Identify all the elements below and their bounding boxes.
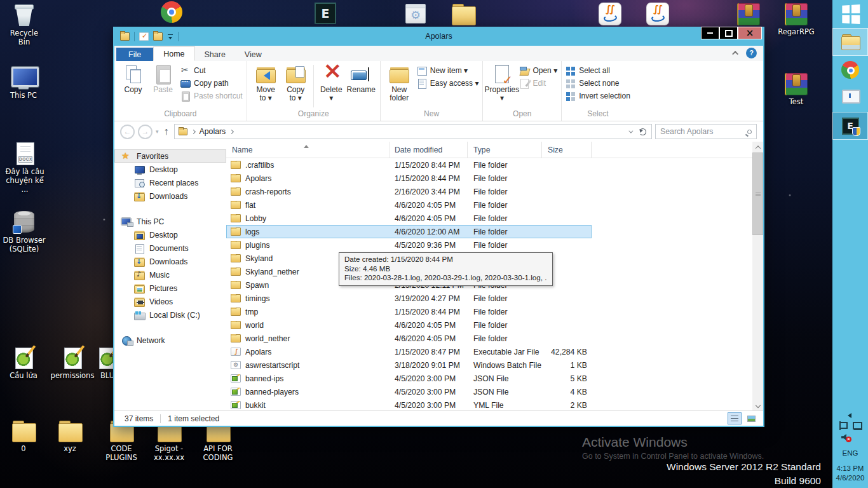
up-button[interactable]: ↑: [162, 126, 171, 137]
ribbon-tab[interactable]: Share: [195, 48, 235, 61]
ribbon-button[interactable]: Open ▾: [519, 65, 557, 76]
ribbon-button[interactable]: Cut: [180, 65, 243, 76]
desktop-icon[interactable]: 0: [3, 419, 44, 453]
start-button[interactable]: [832, 0, 868, 28]
nav-item[interactable]: Videos: [114, 295, 226, 308]
timings[interactable]: timings 3/19/2020 4:27 PM File folder: [226, 292, 592, 305]
volume-muted-icon[interactable]: [841, 433, 850, 441]
ribbon-button[interactable]: Copy to ▾: [281, 64, 311, 103]
banned-ips[interactable]: banned-ips 4/5/2020 3:00 PM JSON File 5 …: [226, 372, 592, 385]
desktop-icon[interactable]: [728, 3, 769, 27]
ribbon-button[interactable]: Delete ▾: [316, 64, 346, 103]
history-caret-icon[interactable]: ▾: [156, 128, 159, 135]
back-button[interactable]: ←: [120, 125, 135, 139]
ribbon-button[interactable]: Select none: [566, 78, 630, 88]
maximize-button[interactable]: [719, 27, 738, 39]
action-center-flag-icon[interactable]: [839, 421, 847, 430]
logs[interactable]: logs 4/6/2020 12:00 AM File folder: [226, 225, 592, 238]
ribbon-tab[interactable]: Home: [153, 46, 194, 61]
ribbon-button[interactable]: Edit: [519, 78, 557, 88]
.craftlibs[interactable]: .craftlibs 1/15/2020 8:44 PM File folder: [226, 158, 592, 172]
column-header-date-modified[interactable]: Date modified: [390, 142, 468, 158]
nav-item[interactable]: Recent places: [114, 176, 226, 189]
chrome[interactable]: [832, 56, 868, 84]
refresh-icon[interactable]: [639, 128, 646, 135]
nav-item[interactable]: Pictures: [114, 281, 226, 295]
address-dropdown-icon[interactable]: [628, 128, 633, 133]
minimize-button[interactable]: [701, 27, 719, 39]
eclipse[interactable]: [832, 112, 868, 140]
ribbon-tab[interactable]: View: [235, 48, 271, 61]
help-icon[interactable]: ?: [746, 48, 757, 58]
nav-item[interactable]: Local Disk (C:): [114, 308, 226, 322]
scroll-up-icon[interactable]: [752, 142, 763, 152]
Apolars[interactable]: Apolars 1/15/2020 8:44 PM File folder: [226, 172, 592, 185]
tmp[interactable]: tmp 1/15/2020 8:44 PM File folder: [226, 305, 592, 318]
plugins[interactable]: plugins 4/5/2020 9:36 PM File folder: [226, 238, 592, 252]
desktop-icon[interactable]: [590, 3, 630, 27]
nav-item[interactable]: Music: [114, 268, 226, 281]
desktop-icon[interactable]: xyz: [50, 419, 90, 453]
forward-button[interactable]: →: [138, 125, 153, 139]
nav-item[interactable]: Desktop: [114, 228, 226, 241]
title-bar[interactable]: Apolars: [114, 27, 763, 46]
chevron-right-icon[interactable]: [229, 129, 234, 133]
file-explorer[interactable]: [832, 28, 868, 56]
scrollbar-thumb[interactable]: [752, 152, 763, 235]
Lobby[interactable]: Lobby 4/6/2020 4:05 PM File folder: [226, 212, 592, 225]
ribbon-button[interactable]: Move to ▾: [251, 64, 281, 103]
search-icon[interactable]: [747, 130, 752, 134]
flat[interactable]: flat 4/6/2020 4:05 PM File folder: [226, 198, 592, 212]
ribbon-button[interactable]: Copy path: [180, 78, 243, 88]
breadcrumb[interactable]: Apolars: [174, 124, 652, 139]
desktop-icon[interactable]: [443, 3, 484, 27]
column-header-size[interactable]: Size: [542, 142, 592, 158]
crash-reports[interactable]: crash-reports 2/16/2020 3:44 PM File fol…: [226, 185, 592, 198]
desktop-icon[interactable]: Cầu lửa: [3, 346, 44, 380]
network-icon[interactable]: [853, 422, 862, 430]
world_nether[interactable]: world_nether 4/6/2020 4:05 PM File folde…: [226, 332, 592, 345]
collapse-ribbon-icon[interactable]: [732, 51, 738, 57]
chevron-right-icon[interactable]: [191, 129, 195, 133]
aswrestartscript[interactable]: aswrestartscript 3/18/2020 9:01 PM Windo…: [226, 358, 592, 372]
details-view-button[interactable]: [728, 412, 742, 424]
nav-item[interactable]: Downloads: [114, 255, 226, 268]
desktop-icon[interactable]: Đây là câu chuyện kể ...: [3, 142, 46, 194]
bukkit[interactable]: bukkit 4/5/2020 3:00 PM YML File 2 KB: [226, 398, 592, 410]
ribbon-button[interactable]: Copy: [118, 64, 148, 95]
nav-item[interactable]: Documents: [114, 241, 226, 255]
ribbon-button[interactable]: Easy access ▾: [417, 78, 479, 88]
input-language[interactable]: ENG: [843, 449, 858, 457]
nav-item[interactable]: Network: [114, 334, 226, 347]
clock[interactable]: 4:13 PM 4/6/2020: [836, 464, 865, 483]
ribbon-button[interactable]: New item ▾: [417, 65, 479, 76]
vertical-scrollbar[interactable]: [752, 142, 763, 410]
nav-item[interactable]: Favorites: [114, 149, 226, 163]
column-header-type[interactable]: Type: [468, 142, 542, 158]
desktop-icon[interactable]: Recycle Bin: [4, 4, 44, 46]
task-manager[interactable]: [832, 84, 868, 112]
ribbon-button[interactable]: Paste shortcut: [180, 91, 243, 101]
close-button[interactable]: [738, 27, 762, 39]
ribbon-tab[interactable]: File: [116, 48, 153, 61]
ribbon-button[interactable]: New folder: [384, 64, 414, 103]
desktop-icon[interactable]: DB Browser (SQLite): [1, 211, 47, 254]
world[interactable]: world 4/6/2020 4:05 PM File folder: [226, 318, 592, 332]
desktop-icon[interactable]: [395, 4, 436, 25]
ribbon-button[interactable]: Invert selection: [566, 91, 630, 101]
ribbon-button[interactable]: Paste: [148, 64, 178, 95]
ribbon-button[interactable]: Select all: [566, 65, 630, 76]
ribbon-button[interactable]: Rename: [346, 64, 376, 103]
banned-players[interactable]: banned-players 4/5/2020 3:00 PM JSON Fil…: [226, 385, 592, 398]
nav-item[interactable]: Desktop: [114, 163, 226, 176]
desktop-icon[interactable]: RegarRPG: [776, 3, 817, 36]
search-input[interactable]: [660, 127, 747, 136]
thumbnails-view-button[interactable]: [744, 412, 758, 424]
desktop-icon[interactable]: [151, 1, 192, 25]
scroll-down-icon[interactable]: [752, 400, 763, 410]
desktop-icon[interactable]: Test: [776, 73, 817, 106]
ribbon-button[interactable]: Properties ▾: [487, 64, 517, 103]
desktop-icon[interactable]: [305, 3, 346, 26]
hidden-icons-chevron-icon[interactable]: [845, 413, 851, 418]
nav-item[interactable]: This PC: [114, 215, 226, 228]
